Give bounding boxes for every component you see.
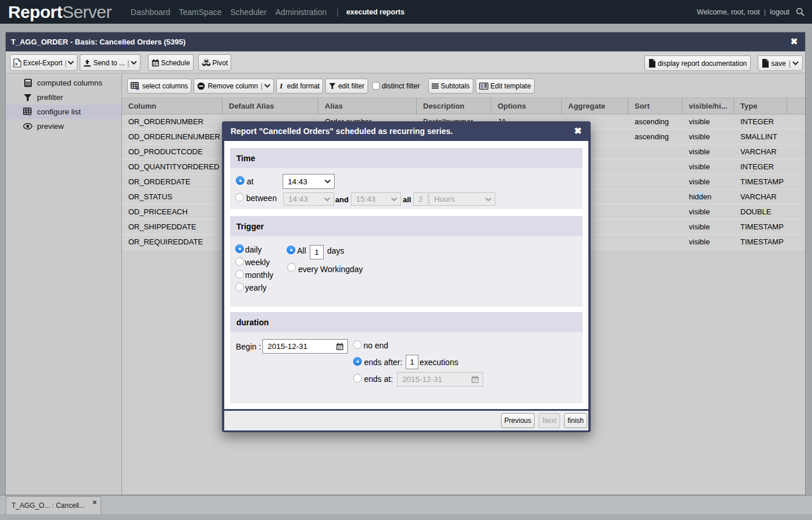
sidebar-item-label: computed columns <box>37 79 102 87</box>
table-cell-column: OD_PRODUCTCODE <box>122 144 223 159</box>
interval-input[interactable]: 2 <box>413 192 428 206</box>
display-report-documentation-button[interactable]: display report documentation <box>644 55 751 71</box>
all-days-radio[interactable] <box>287 246 295 254</box>
yearly-radio[interactable] <box>235 283 244 291</box>
pivot-button[interactable]: Pivot <box>198 54 232 71</box>
column-header[interactable]: Alias <box>318 98 417 114</box>
chevron-down-icon <box>324 179 331 184</box>
pivot-icon <box>202 58 211 67</box>
bottom-tab-strip: T_AGG_O... : Cancell... ✖ <box>0 495 812 514</box>
calendar-icon[interactable] <box>336 343 344 351</box>
daily-radio[interactable] <box>235 244 244 253</box>
edit-filter-label: edit filter <box>338 82 364 90</box>
table-cell-column: OR_SHIPPEDDATE <box>122 220 223 234</box>
subtotals-button[interactable]: Subtotals <box>428 79 473 94</box>
panel-close-icon[interactable]: ✖ <box>789 36 799 47</box>
table-cell-sort: ascending <box>628 114 683 129</box>
nav-item-scheduler[interactable]: Scheduler <box>230 8 266 17</box>
ends-at-date-input[interactable]: 2015-12-31 <box>397 372 483 387</box>
column-header[interactable]: Type <box>734 98 787 114</box>
welcome-text: Welcome, root, root <box>697 8 760 16</box>
at-time-select[interactable]: 14:43 <box>283 174 335 189</box>
executed-reports-badge[interactable]: executed reports <box>346 8 405 16</box>
table-cell-column: OR_REQUIREDDATE <box>122 235 223 249</box>
workingday-label: every Workingday <box>298 265 363 274</box>
edit-template-button[interactable]: Edit template <box>476 79 535 94</box>
workingday-radio[interactable] <box>287 263 296 272</box>
edit-format-button[interactable]: I edit format <box>276 79 323 94</box>
monthly-radio[interactable] <box>235 270 244 278</box>
executions-input[interactable]: 1 <box>406 355 418 369</box>
duration-section-body: Begin : 2015-12-31 no end ends after: 1 … <box>230 332 583 403</box>
schedule-button[interactable]: Schedule <box>148 54 194 71</box>
excel-export-button[interactable]: x Excel-Export | <box>10 54 77 71</box>
bottom-tab[interactable]: T_AGG_O... : Cancell... ✖ <box>6 496 101 514</box>
column-header[interactable]: Options <box>491 98 562 114</box>
table-cell-filler <box>787 174 805 189</box>
no-end-radio[interactable] <box>353 340 362 349</box>
panel-titlebar: T_AGG_ORDER - Basis: Cancelled Orders (5… <box>6 32 805 51</box>
days-count-input[interactable]: 1 <box>310 245 324 259</box>
table-cell-filler <box>787 114 805 129</box>
previous-button[interactable]: Previous <box>501 413 535 428</box>
modal-close-icon[interactable]: ✖ <box>573 126 583 136</box>
send-to-label: Send to ... <box>93 59 125 67</box>
distinct-filter-checkbox[interactable] <box>372 82 380 90</box>
finish-button[interactable]: finish <box>564 413 587 428</box>
weekly-label: weekly <box>245 258 270 267</box>
send-to-button[interactable]: Send to ... | <box>80 54 140 71</box>
all-label: all <box>403 195 411 204</box>
nav-item-administration[interactable]: Administration <box>276 8 327 17</box>
table-cell-sort <box>628 174 683 189</box>
tab-close-icon[interactable]: ✖ <box>92 499 97 506</box>
begin-date-input[interactable]: 2015-12-31 <box>262 339 348 354</box>
table-cell-sort <box>628 220 683 234</box>
ends-at-radio[interactable] <box>353 374 362 382</box>
table-cell-visibility: visible <box>683 114 734 129</box>
table-cell-type: SMALLINT <box>734 129 787 144</box>
column-header[interactable]: Description <box>417 98 491 114</box>
calendar-icon[interactable] <box>471 376 479 384</box>
save-button[interactable]: save | <box>758 55 803 71</box>
column-header[interactable]: Default Alias <box>223 98 318 114</box>
modal-titlebar: Report "Cancelled Orders" scheduled as r… <box>222 121 591 141</box>
time-section-body: at 14:43 between 14:43 and 15:43 all 2 <box>230 168 583 209</box>
ends-after-radio[interactable] <box>353 357 362 366</box>
table-cell-filler <box>787 144 805 159</box>
grid-toolbar: select columns Remove column | I edit fo… <box>122 74 805 98</box>
table-cell-type: DOUBLE <box>734 205 787 219</box>
between-from-select[interactable]: 14:43 <box>283 192 334 206</box>
search-icon[interactable] <box>796 8 804 16</box>
time-section-header: Time <box>230 148 583 168</box>
table-cell-visibility: visible <box>683 174 734 189</box>
remove-column-button[interactable]: Remove column | <box>194 79 274 94</box>
select-columns-button[interactable]: select columns <box>127 79 191 94</box>
weekly-radio[interactable] <box>235 257 244 266</box>
bottom-tab-label: T_AGG_O... : Cancell... <box>12 502 85 510</box>
edit-filter-button[interactable]: edit filter <box>325 79 368 94</box>
logout-link[interactable]: logout <box>770 8 789 16</box>
table-cell-sort <box>628 159 683 174</box>
next-button[interactable]: Next <box>539 413 560 428</box>
between-radio[interactable] <box>235 193 244 202</box>
days-label: days <box>327 246 344 255</box>
nav-item-dashboard[interactable]: Dashboard <box>131 8 170 17</box>
sidebar-item-preview[interactable]: preview <box>6 119 121 133</box>
column-header[interactable]: Aggregate <box>562 98 628 114</box>
table-cell-type: TIMESTAMP <box>734 220 787 234</box>
unit-select[interactable]: Hours <box>429 192 495 206</box>
table-cell-visibility: visible <box>683 159 734 174</box>
table-cell-column: OR_STATUS <box>122 190 223 204</box>
column-header[interactable]: visible/hi... <box>683 98 734 114</box>
sidebar-item-computed-columns[interactable]: computed columns <box>6 76 121 90</box>
between-to-select[interactable]: 15:43 <box>351 192 401 206</box>
column-header[interactable]: Column <box>122 98 223 114</box>
table-cell-sort <box>628 144 683 159</box>
column-header[interactable]: Sort <box>628 98 683 114</box>
select-columns-label: select columns <box>142 82 188 90</box>
schedule-label: Schedule <box>161 59 190 67</box>
at-radio[interactable] <box>236 176 244 185</box>
sidebar-item-configure-list[interactable]: configure list <box>6 105 121 119</box>
sidebar-item-prefilter[interactable]: prefilter <box>6 90 121 105</box>
nav-item-teamspace[interactable]: TeamSpace <box>179 8 222 17</box>
